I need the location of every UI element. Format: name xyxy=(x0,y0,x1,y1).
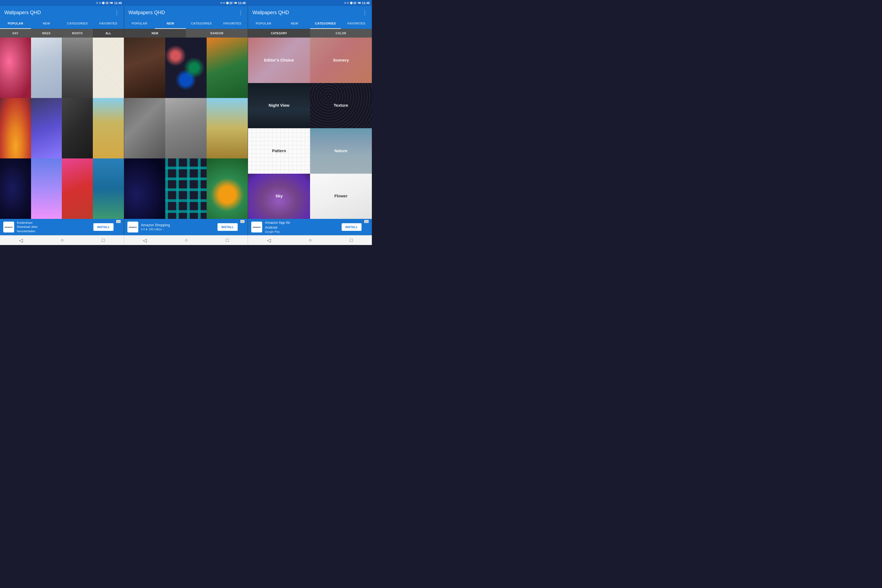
home-icon-3[interactable]: ○ xyxy=(309,237,312,243)
category-label-pattern: Pattern xyxy=(248,128,310,174)
amazon-logo-2: amazon xyxy=(128,222,138,232)
status-section-1: ✉ ✉ 🕐 🖼 f 📖 Wallpapers QHD 11:48 xyxy=(0,0,124,6)
filter-color[interactable]: COLOR xyxy=(310,29,372,38)
install-button-3[interactable]: INSTALL xyxy=(342,223,362,231)
bottom-nav-3: ◁ ○ □ xyxy=(248,236,372,245)
app-title-2: Wallpapers QHD xyxy=(129,10,165,15)
home-icon-2[interactable]: ○ xyxy=(185,237,188,243)
clock-3: 11:48 xyxy=(362,2,370,4)
grid-item-sunflower[interactable] xyxy=(207,158,248,219)
categories-grid: Editor's Choice Scenery Night View Textu… xyxy=(248,38,372,219)
grid-item-orange-blocks[interactable] xyxy=(165,158,207,219)
tab-favorites-2[interactable]: FAVORITES xyxy=(217,19,248,29)
install-button-1[interactable]: INSTALL xyxy=(93,223,114,231)
ad-text-1: Kostenloser Download Jetzt herunterladen xyxy=(17,221,91,233)
grid-item-balloons[interactable] xyxy=(0,38,31,98)
tab-favorites-3[interactable]: FAVORITES xyxy=(341,19,372,29)
ad-subtitle-2: 4.3 ★ 100 million ↓ xyxy=(141,228,215,231)
clock-1: 11:48 xyxy=(114,2,122,4)
panel-categories: Wallpapers QHD ⋮ POPULAR NEW CATEGORIES … xyxy=(248,6,372,235)
image-grid-2 xyxy=(124,38,248,219)
category-label-editors-choice: Editor's Choice xyxy=(248,38,310,83)
status-section-3: ✉ ✉ 🕐 🖼 f 📖 11:48 xyxy=(248,0,372,6)
app-title-1: Wallpapers QHD xyxy=(4,10,41,15)
grid-item-dandelion[interactable] xyxy=(31,38,62,98)
ad-title-3: Amazon App für xyxy=(265,220,339,225)
image-grid-1 xyxy=(0,38,124,219)
more-button-3[interactable]: ⋮ xyxy=(362,9,368,16)
category-label-sky: Sky xyxy=(248,174,310,219)
panel-new: Wallpapers QHD ⋮ POPULAR NEW CATEGORIES … xyxy=(124,6,248,235)
grid-item-clouds[interactable] xyxy=(31,158,62,219)
category-scenery[interactable]: Scenery xyxy=(310,38,372,83)
grid-item-hearts[interactable] xyxy=(31,98,62,158)
category-label-night-view: Night View xyxy=(248,83,310,129)
back-icon-3[interactable]: ◁ xyxy=(267,237,271,243)
status-section-2: ✉ ✉ 🕐 🖼 f 📖 11:48 xyxy=(124,0,248,6)
more-button-1[interactable]: ⋮ xyxy=(114,9,120,16)
grid-item-coffee[interactable] xyxy=(124,38,165,98)
grid-item-cat-face[interactable] xyxy=(124,98,165,158)
category-sky[interactable]: Sky xyxy=(248,174,310,219)
grid-item-heart-leaves[interactable] xyxy=(62,158,93,219)
filter-all[interactable]: ALL xyxy=(93,29,124,38)
category-pattern[interactable]: Pattern xyxy=(248,128,310,174)
filter-day[interactable]: DAY xyxy=(0,29,31,38)
back-icon-1[interactable]: ◁ xyxy=(19,237,23,243)
grid-item-galaxy[interactable] xyxy=(0,158,31,219)
filter-new[interactable]: NEW xyxy=(124,29,186,38)
grid-item-galaxy-2[interactable] xyxy=(124,158,165,219)
install-button-2[interactable]: INSTALL xyxy=(218,223,238,231)
tab-categories-2[interactable]: CATEGORIES xyxy=(186,19,217,29)
tab-popular-2[interactable]: POPULAR xyxy=(124,19,155,29)
nav-tabs-3: POPULAR NEW CATEGORIES FAVORITES xyxy=(248,19,372,29)
tab-new-3[interactable]: NEW xyxy=(279,19,310,29)
grid-item-aerial[interactable] xyxy=(93,158,124,219)
ad-banner-3: amazon Amazon App für Android Google Pla… xyxy=(248,219,372,235)
category-night-view[interactable]: Night View xyxy=(248,83,310,129)
grid-item-city-bw[interactable] xyxy=(62,38,93,98)
grid-item-wheat[interactable] xyxy=(93,98,124,158)
tab-categories-1[interactable]: CATEGORIES xyxy=(62,19,93,29)
category-label-texture: Texture xyxy=(310,83,372,129)
tab-categories-3[interactable]: CATEGORIES xyxy=(310,19,341,29)
category-editors-choice[interactable]: Editor's Choice xyxy=(248,38,310,83)
ad-badge-2: Ad xyxy=(240,220,245,223)
tab-new-2[interactable]: NEW xyxy=(155,19,186,29)
grid-item-flower-orange[interactable] xyxy=(207,38,248,98)
recent-icon-2[interactable]: □ xyxy=(226,237,229,243)
back-icon-2[interactable]: ◁ xyxy=(143,237,147,243)
recent-icon-1[interactable]: □ xyxy=(102,237,105,243)
more-button-2[interactable]: ⋮ xyxy=(238,9,243,16)
home-icon-1[interactable]: ○ xyxy=(61,237,64,243)
filter-month[interactable]: MONTH xyxy=(62,29,93,38)
app-title-3: Wallpapers QHD xyxy=(252,10,289,15)
bottom-nav-2: ◁ ○ □ xyxy=(124,236,248,245)
grid-item-eiffel[interactable] xyxy=(0,98,31,158)
filter-category[interactable]: CATEGORY xyxy=(248,29,310,38)
grid-item-wheat-field[interactable] xyxy=(207,98,248,158)
amazon-logo-1: amazon xyxy=(3,222,14,232)
tab-favorites-1[interactable]: FAVORITES xyxy=(93,19,124,29)
app-header-1: Wallpapers QHD ⋮ xyxy=(0,6,124,19)
amazon-logo-3: amazon xyxy=(251,222,262,232)
category-nature[interactable]: Nature xyxy=(310,128,372,174)
nav-tabs-1: POPULAR NEW CATEGORIES FAVORITES xyxy=(0,19,124,29)
app-header-2: Wallpapers QHD ⋮ xyxy=(124,6,248,19)
grid-item-doodle[interactable] xyxy=(93,38,124,98)
category-flower[interactable]: Flower xyxy=(310,174,372,219)
grid-item-bokeh[interactable] xyxy=(165,38,207,98)
filter-week[interactable]: WEEK xyxy=(31,29,62,38)
panel-popular: Wallpapers QHD ⋮ POPULAR NEW CATEGORIES … xyxy=(0,6,124,235)
status-icons-2: ✉ ✉ 🕐 🖼 f 📖 xyxy=(220,2,237,4)
tab-popular-3[interactable]: POPULAR xyxy=(248,19,279,29)
panels-container: Wallpapers QHD ⋮ POPULAR NEW CATEGORIES … xyxy=(0,6,372,235)
filter-random[interactable]: RANDOM xyxy=(186,29,248,38)
grid-item-cat-portrait[interactable] xyxy=(165,98,207,158)
tab-popular-1[interactable]: POPULAR xyxy=(0,19,31,29)
category-texture[interactable]: Texture xyxy=(310,83,372,129)
filter-bar-3: CATEGORY COLOR xyxy=(248,29,372,38)
recent-icon-3[interactable]: □ xyxy=(350,237,353,243)
tab-new-1[interactable]: NEW xyxy=(31,19,62,29)
grid-item-cat-eye[interactable] xyxy=(62,98,93,158)
